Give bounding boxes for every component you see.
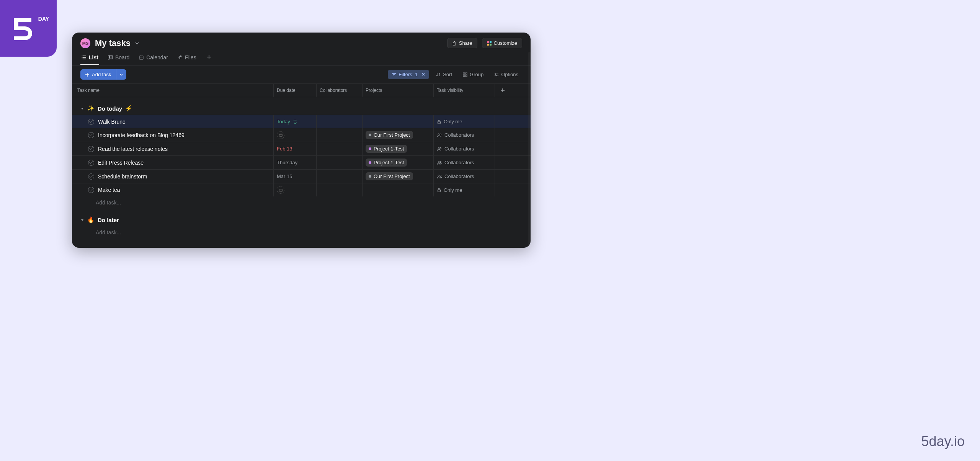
- projects-cell[interactable]: [362, 183, 433, 196]
- sort-button[interactable]: Sort: [432, 70, 456, 79]
- task-row[interactable]: Walk BrunoTodayOnly me: [72, 115, 531, 128]
- project-name: Project 1-Test: [374, 160, 404, 165]
- collaborators-cell[interactable]: [316, 156, 362, 169]
- customize-button[interactable]: Customize: [482, 38, 522, 48]
- column-visibility[interactable]: Task visibility: [433, 84, 495, 97]
- tab-calendar[interactable]: Calendar: [138, 52, 169, 65]
- collaborators-cell[interactable]: [316, 142, 362, 155]
- task-row[interactable]: Incorporate feedback on Blog 12469Our Fi…: [72, 128, 531, 142]
- add-task-inline[interactable]: Add task...: [72, 226, 531, 239]
- sort-icon: [436, 72, 441, 77]
- complete-checkbox[interactable]: [88, 187, 94, 193]
- complete-checkbox[interactable]: [88, 132, 94, 138]
- filter-icon: [392, 72, 396, 77]
- task-row[interactable]: Make teaOnly me: [72, 183, 531, 196]
- title-dropdown[interactable]: [134, 41, 140, 46]
- section-header[interactable]: 🔥Do later: [72, 209, 531, 226]
- due-date-value[interactable]: Mar 15: [277, 173, 292, 179]
- tab-list-label: List: [89, 54, 98, 60]
- task-cell[interactable]: Schedule brainstorm: [72, 170, 273, 183]
- task-name: Edit Press Release: [98, 160, 144, 166]
- project-dot-icon: [369, 147, 371, 150]
- task-cell[interactable]: Incorporate feedback on Blog 12469: [72, 128, 273, 142]
- project-chip[interactable]: Our First Project: [366, 172, 413, 180]
- visibility-cell[interactable]: Collaborators: [433, 128, 495, 142]
- task-row[interactable]: Read the latest release notesFeb 13Proje…: [72, 142, 531, 155]
- tab-list[interactable]: List: [80, 52, 99, 65]
- projects-cell[interactable]: Our First Project: [362, 170, 433, 183]
- task-row[interactable]: Schedule brainstormMar 15Our First Proje…: [72, 169, 531, 183]
- project-chip[interactable]: Project 1-Test: [366, 159, 407, 167]
- due-date-placeholder[interactable]: [277, 131, 284, 139]
- projects-cell[interactable]: Project 1-Test: [362, 156, 433, 169]
- due-date-cell[interactable]: [273, 183, 316, 196]
- due-date-value[interactable]: Thursday: [277, 160, 297, 165]
- filters-button[interactable]: Filters: 1: [388, 70, 429, 79]
- due-date-cell[interactable]: Today: [273, 115, 316, 128]
- complete-checkbox[interactable]: [88, 119, 94, 125]
- visibility-cell[interactable]: Collaborators: [433, 156, 495, 169]
- svg-point-43: [440, 161, 441, 162]
- projects-cell[interactable]: Project 1-Test: [362, 142, 433, 155]
- column-collaborators[interactable]: Collaborators: [316, 84, 362, 97]
- people-icon: [437, 147, 442, 151]
- collaborators-cell[interactable]: [316, 115, 362, 128]
- svg-point-40: [438, 147, 439, 149]
- due-date-placeholder[interactable]: [277, 186, 284, 194]
- visibility-cell[interactable]: Collaborators: [433, 142, 495, 155]
- svg-point-38: [438, 134, 439, 135]
- filters-clear-button[interactable]: [421, 72, 425, 77]
- task-cell[interactable]: Walk Bruno: [72, 115, 273, 128]
- visibility-value: Collaborators: [444, 173, 474, 179]
- due-date-cell[interactable]: Thursday: [273, 156, 316, 169]
- projects-cell[interactable]: Our First Project: [362, 128, 433, 142]
- collaborators-cell[interactable]: [316, 128, 362, 142]
- project-chip[interactable]: Project 1-Test: [366, 145, 407, 153]
- column-task-name[interactable]: Task name: [72, 84, 273, 97]
- project-dot-icon: [369, 134, 371, 136]
- group-button[interactable]: Group: [459, 70, 487, 79]
- complete-checkbox[interactable]: [88, 160, 94, 166]
- due-date-cell[interactable]: Mar 15: [273, 170, 316, 183]
- row-end-cell: [495, 115, 531, 128]
- due-date-cell[interactable]: Feb 13: [273, 142, 316, 155]
- section-caret-icon: [80, 217, 84, 223]
- due-date-value[interactable]: Today: [277, 119, 290, 124]
- visibility-cell[interactable]: Only me: [433, 183, 495, 196]
- column-projects[interactable]: Projects: [362, 84, 433, 97]
- avatar[interactable]: MS: [80, 38, 90, 48]
- projects-cell[interactable]: [362, 115, 433, 128]
- logo-day-text: DAY: [38, 16, 49, 22]
- add-task-button[interactable]: Add task: [80, 69, 116, 80]
- project-chip[interactable]: Our First Project: [366, 131, 413, 139]
- tab-board-label: Board: [115, 54, 129, 60]
- visibility-cell[interactable]: Only me: [433, 115, 495, 128]
- scrollbar[interactable]: [528, 52, 531, 245]
- task-row[interactable]: Edit Press ReleaseThursdayProject 1-Test…: [72, 155, 531, 169]
- tab-add-button[interactable]: [205, 52, 213, 65]
- task-cell[interactable]: Read the latest release notes: [72, 142, 273, 155]
- task-name: Schedule brainstorm: [98, 173, 147, 180]
- column-headers: Task name Due date Collaborators Project…: [72, 83, 531, 97]
- complete-checkbox[interactable]: [88, 173, 94, 180]
- task-cell[interactable]: Edit Press Release: [72, 156, 273, 169]
- options-button[interactable]: Options: [490, 70, 522, 79]
- visibility-value: Collaborators: [444, 160, 474, 165]
- add-task-dropdown[interactable]: [116, 69, 126, 80]
- column-add-button[interactable]: [495, 84, 531, 97]
- add-task-inline[interactable]: Add task...: [72, 196, 531, 209]
- due-date-cell[interactable]: [273, 128, 316, 142]
- section-header[interactable]: ✨Do today⚡: [72, 97, 531, 115]
- calendar-icon: [139, 55, 144, 60]
- complete-checkbox[interactable]: [88, 146, 94, 152]
- due-date-value[interactable]: Feb 13: [277, 146, 292, 152]
- share-button[interactable]: Share: [447, 38, 477, 48]
- tab-files[interactable]: Files: [176, 52, 197, 65]
- svg-point-42: [438, 161, 439, 163]
- task-cell[interactable]: Make tea: [72, 183, 273, 196]
- column-due-date[interactable]: Due date: [273, 84, 316, 97]
- collaborators-cell[interactable]: [316, 183, 362, 196]
- tab-board[interactable]: Board: [107, 52, 130, 65]
- visibility-cell[interactable]: Collaborators: [433, 170, 495, 183]
- collaborators-cell[interactable]: [316, 170, 362, 183]
